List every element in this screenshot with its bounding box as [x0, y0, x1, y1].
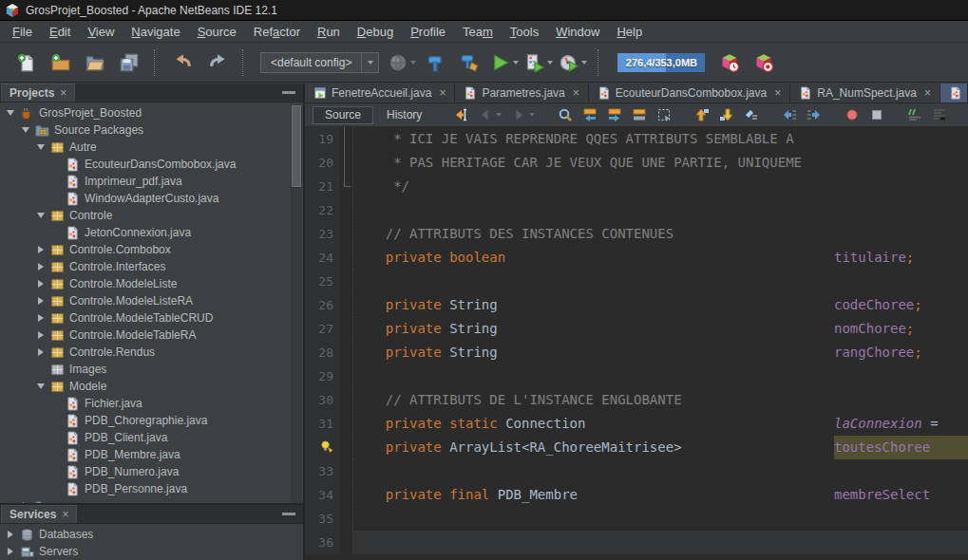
rectangular-selection-button[interactable]: [656, 107, 672, 122]
start-macro-recording-button[interactable]: [845, 107, 860, 122]
code-line-35[interactable]: 35: [305, 507, 968, 531]
code-line-30[interactable]: 30 // ATTRIBUTS DE L'INSTANCE ENGLOBANTE: [305, 388, 968, 412]
tree-item-ecouteurdanscombobox-java[interactable]: EcouteurDansCombobox.java: [0, 156, 303, 173]
collapse-icon[interactable]: [36, 383, 46, 389]
menu-debug[interactable]: Debug: [349, 22, 402, 42]
tree-item-pdb_personne-java[interactable]: PDB_Personne.java: [0, 480, 303, 497]
scrollbar-thumb[interactable]: [292, 105, 301, 187]
undo-button[interactable]: [168, 47, 199, 78]
tree-item-autre[interactable]: Autre: [0, 139, 303, 156]
tree-item-pdb_membre-java[interactable]: PDB_Membre.java: [0, 446, 303, 463]
code-line-34[interactable]: 34 private final PDB_MembremembreSelect: [305, 483, 968, 507]
close-icon[interactable]: ×: [573, 86, 579, 100]
code-line-19[interactable]: 19 * ICI JE VAIS REPRENDRE QQES ATTRIBUT…: [305, 127, 968, 151]
close-icon[interactable]: ×: [924, 86, 931, 100]
tree-item-imprimeur_pdf-java[interactable]: Imprimeur_pdf.java: [0, 173, 303, 190]
clean-build-project-button[interactable]: [455, 47, 485, 78]
chevron-down-icon[interactable]: [361, 53, 378, 72]
new-file-button[interactable]: [11, 47, 42, 78]
collapse-icon[interactable]: [36, 213, 46, 218]
tree-item-controle-rendus[interactable]: Controle.Rendus: [0, 344, 303, 361]
expand-icon[interactable]: [36, 331, 46, 339]
code-line-25[interactable]: 25: [305, 270, 968, 293]
tree-item-controle-modelelistera[interactable]: Controle.ModeleListeRA: [0, 292, 303, 309]
tree-item-pdb_client-java[interactable]: PDB_Client.java: [0, 429, 303, 446]
projects-scrollbar[interactable]: [291, 104, 302, 503]
close-icon[interactable]: ×: [60, 86, 66, 100]
tab-ecouteurdanscombobox-java[interactable]: EcouteurDansCombobox.java×: [589, 84, 790, 103]
menu-profile[interactable]: Profile: [402, 22, 454, 42]
collapse-icon[interactable]: [21, 127, 30, 133]
open-project-button[interactable]: [80, 47, 110, 78]
run-project-button[interactable]: [489, 47, 520, 78]
expand-icon[interactable]: [36, 297, 46, 305]
code-line-33[interactable]: 33: [305, 459, 968, 483]
build-project-button[interactable]: [421, 47, 451, 78]
code-line-23[interactable]: 23 // ATTRIBUTS DES INSTANCES CONTENUES: [305, 222, 968, 246]
next-bookmark-button[interactable]: [719, 107, 734, 122]
expand-icon[interactable]: [36, 348, 46, 356]
menu-team[interactable]: Team: [454, 22, 502, 42]
tree-item-servers[interactable]: Servers: [0, 543, 303, 560]
code-editor[interactable]: 19 * ICI JE VAIS REPRENDRE QQES ATTRIBUT…: [305, 127, 968, 560]
chevron-down-icon[interactable]: [410, 61, 416, 65]
chevron-down-icon[interactable]: [513, 61, 519, 65]
minimize-icon[interactable]: [282, 513, 295, 515]
save-all-button[interactable]: [114, 47, 144, 78]
tab-parametres-java[interactable]: Parametres.java×: [455, 84, 588, 103]
forward-button[interactable]: [511, 107, 535, 122]
uncomment-button[interactable]: [932, 107, 947, 122]
close-icon[interactable]: ×: [439, 86, 446, 100]
source-view-button[interactable]: Source: [313, 106, 373, 124]
chevron-down-icon[interactable]: [529, 113, 535, 117]
menu-refactor[interactable]: Refactor: [245, 22, 309, 42]
chevron-down-icon[interactable]: [547, 61, 553, 65]
shift-right-button[interactable]: [807, 107, 822, 122]
shift-left-button[interactable]: [782, 107, 797, 122]
back-button[interactable]: [478, 107, 502, 122]
tree-item-images[interactable]: Images: [0, 361, 303, 378]
expand-icon[interactable]: [6, 531, 15, 538]
code-line-20[interactable]: 20 * PAS HERITAGE CAR JE VEUX QUE UNE PA…: [305, 151, 968, 175]
tree-item-windowadaptercusto-java[interactable]: WindowAdapterCusto.java: [0, 190, 303, 207]
toggle-bookmark-button[interactable]: [744, 107, 759, 122]
tree-item-grosprojet_boosted[interactable]: GrosProjet_Boosted: [0, 104, 303, 121]
menu-run[interactable]: Run: [309, 22, 349, 42]
tree-item-pdb_numero-java[interactable]: PDB_Numero.java: [0, 463, 303, 480]
code-line-29[interactable]: 29: [305, 364, 968, 388]
tree-item-controle-interfaces[interactable]: Controle.Interfaces: [0, 258, 303, 275]
code-line-28[interactable]: 28 private StringrangChoree;: [305, 341, 968, 364]
expand-icon[interactable]: [36, 263, 46, 271]
comment-button[interactable]: [907, 107, 922, 122]
profiler-telemetry-button[interactable]: [714, 47, 745, 78]
tab-ra_numspect-java[interactable]: RA_NumSpect.java×: [790, 84, 940, 103]
menu-tools[interactable]: Tools: [502, 22, 547, 42]
collapse-icon[interactable]: [36, 144, 46, 150]
tree-item-partial[interactable]: [0, 497, 303, 503]
projects-tab[interactable]: Projects ×: [1, 84, 75, 102]
expand-icon[interactable]: [21, 502, 30, 503]
code-line-24[interactable]: 24 private booleantitulaire;: [305, 246, 968, 270]
find-next-occurrence-button[interactable]: [607, 107, 622, 122]
minimize-icon[interactable]: [282, 91, 295, 94]
debug-project-button[interactable]: [523, 47, 554, 78]
tree-item-controle[interactable]: Controle: [0, 207, 303, 224]
expand-icon[interactable]: [36, 280, 46, 288]
menu-window[interactable]: Window: [547, 22, 608, 42]
menu-help[interactable]: Help: [608, 22, 651, 42]
tree-item-pdb_choregraphie-java[interactable]: PDB_Choregraphie.java: [0, 412, 303, 429]
menu-navigate[interactable]: Navigate: [123, 22, 188, 42]
tab-ra_[interactable]: RA_: [940, 84, 968, 103]
code-line-26[interactable]: 26 private StringcodeChoree;: [305, 293, 968, 317]
tree-item-controle-modeletablera[interactable]: Controle.ModeleTableRA: [0, 327, 303, 344]
redo-button[interactable]: [202, 47, 233, 78]
stop-macro-recording-button[interactable]: [869, 107, 884, 122]
memory-indicator[interactable]: 276,4/353,0MB: [617, 53, 705, 72]
code-line-36[interactable]: 36: [305, 531, 968, 554]
chevron-down-icon[interactable]: [496, 113, 502, 117]
tab-fenetreaccueil-java[interactable]: FenetreAccueil.java×: [305, 84, 455, 103]
tree-item-source-packages[interactable]: Source Packages: [0, 121, 303, 139]
profiler-stop-button[interactable]: [749, 47, 779, 78]
profile-project-button[interactable]: [558, 47, 588, 78]
web-browser-button[interactable]: [387, 47, 417, 78]
